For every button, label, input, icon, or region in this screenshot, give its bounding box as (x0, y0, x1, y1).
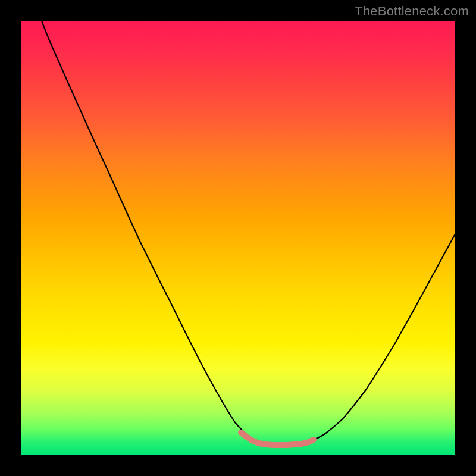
chart-svg (21, 21, 455, 455)
plot-area (21, 21, 455, 455)
watermark-text: TheBottleneck.com (355, 4, 469, 19)
chart-frame: TheBottleneck.com (0, 0, 476, 476)
curve-path (42, 21, 455, 444)
valley-highlight-path (241, 433, 314, 445)
